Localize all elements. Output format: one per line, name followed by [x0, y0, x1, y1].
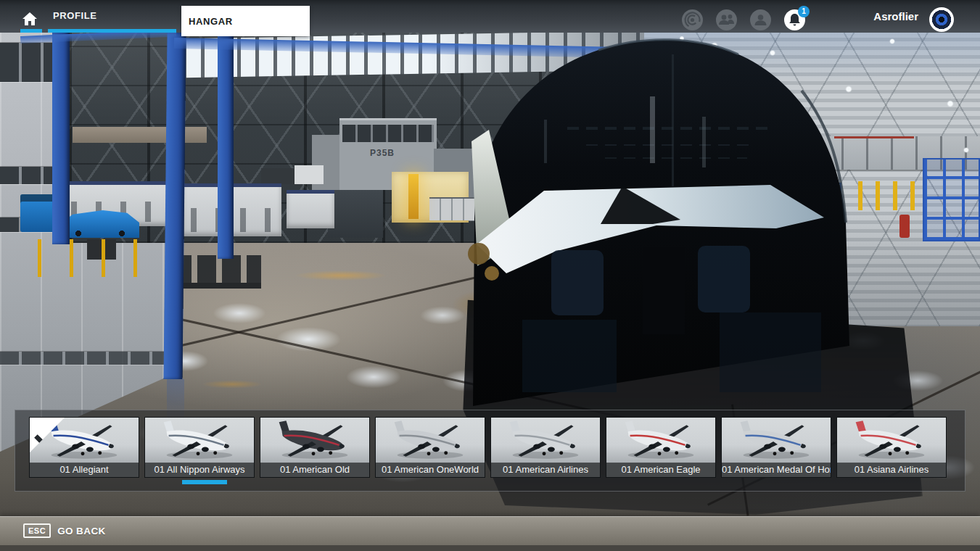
aircraft-thumbnail-render: [837, 418, 946, 463]
livery-thumbnail: [30, 418, 139, 463]
profile-button[interactable]: [750, 9, 771, 30]
livery-label: 01 All Nippon Airways: [145, 463, 254, 477]
aircraft-thumbnail-render: [260, 418, 369, 463]
bottom-edge-strip: [0, 545, 980, 551]
go-back-button[interactable]: ESC GO BACK: [23, 523, 106, 538]
home-button[interactable]: [22, 12, 38, 29]
livery-carousel: 01 Allegiant: [15, 410, 965, 492]
livery-tile[interactable]: 01 American OneWorld: [375, 417, 485, 478]
livery-label: 01 American OneWorld: [376, 463, 485, 477]
aircraft-thumbnail-render: [145, 418, 254, 463]
livery-label: 01 American Old: [260, 463, 369, 477]
livery-thumbnail: [145, 418, 254, 463]
site-cabin: [287, 190, 334, 228]
livery-label: 01 Allegiant: [30, 463, 139, 477]
msfs-hangar-screen: P35B: [0, 0, 980, 551]
whats-new-button[interactable]: [682, 9, 703, 30]
dark-doorway: [328, 190, 383, 238]
tab-profile[interactable]: PROFILE: [53, 10, 97, 21]
livery-label: 01 American Medal Of Hor: [722, 463, 831, 477]
livery-tile[interactable]: 01 Asiana Airlines: [836, 417, 947, 478]
blue-column: [218, 33, 234, 259]
tower-sign: P35B: [370, 148, 395, 158]
livery-tile[interactable]: 01 Allegiant: [29, 417, 139, 478]
yellow-pillar: [408, 174, 419, 219]
bollards: [38, 239, 168, 277]
aircraft-thumbnail-render: [376, 418, 485, 463]
spiral-icon: [682, 9, 703, 30]
wall-beam: [73, 127, 207, 143]
notification-badge: 1: [798, 6, 810, 17]
username-label: Asroflier: [873, 10, 918, 22]
livery-thumbnail: [260, 418, 369, 463]
tower-windows: [342, 125, 434, 142]
profile-tab-underline: [48, 29, 176, 33]
livery-tile[interactable]: 01 American Eagle: [606, 417, 716, 478]
livery-tile[interactable]: 01 American Old: [260, 417, 370, 478]
blue-column: [163, 33, 186, 379]
carts-cluster: [173, 255, 261, 289]
person-icon: [750, 9, 771, 30]
livery-tile[interactable]: 01 All Nippon Airways: [144, 417, 255, 478]
blue-scaffold: [923, 158, 980, 241]
livery-label: 01 American Airlines: [491, 463, 600, 477]
livery-tile[interactable]: 01 American Medal Of Hor: [721, 417, 831, 478]
livery-thumbnail: [491, 418, 600, 463]
friends-icon: [716, 9, 737, 30]
blue-column: [52, 33, 70, 244]
livery-tile[interactable]: 01 American Airlines: [490, 417, 601, 478]
friends-button[interactable]: [716, 9, 737, 30]
livery-thumbnail: [376, 418, 485, 463]
livery-thumbnail: [837, 418, 946, 463]
livery-thumbnail: [606, 418, 715, 463]
livery-label: 01 American Eagle: [606, 463, 715, 477]
roof-unit: [295, 165, 324, 184]
tab-hangar[interactable]: HANGAR: [181, 6, 310, 36]
home-tab-underline: [20, 29, 42, 33]
top-navigation-bar: PROFILE HANGAR: [0, 0, 980, 33]
go-back-label: GO BACK: [57, 526, 106, 536]
aircraft-thumbnail-render: [491, 418, 600, 463]
esc-key-hint: ESC: [23, 523, 51, 538]
hangar-tab-label: HANGAR: [189, 16, 233, 27]
user-avatar[interactable]: [929, 7, 954, 32]
bottom-action-bar: ESC GO BACK: [0, 516, 980, 545]
livery-thumbnail: [722, 418, 831, 463]
aircraft-thumbnail-render: [722, 418, 831, 463]
home-icon: [22, 12, 38, 26]
ac-unit: [261, 168, 295, 184]
aircraft-thumbnail-render: [606, 418, 715, 463]
livery-carousel-track: 01 Allegiant: [29, 417, 947, 478]
livery-label: 01 Asiana Airlines: [837, 463, 946, 477]
window-strip: [0, 352, 168, 365]
selected-indicator: [182, 480, 227, 484]
notifications-button[interactable]: 1: [784, 9, 805, 30]
